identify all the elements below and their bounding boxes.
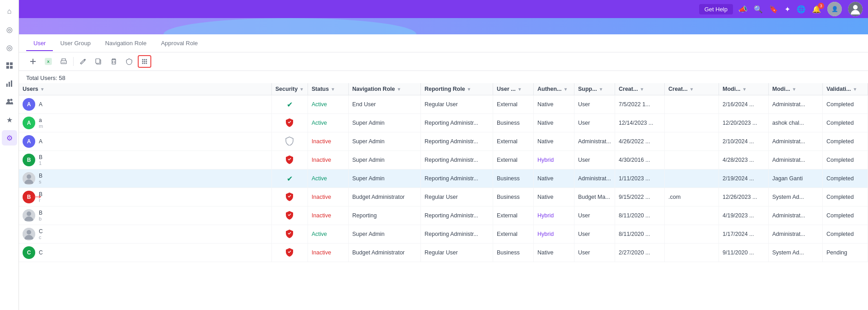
filter-validation-icon[interactable]: ▼ — [853, 87, 857, 92]
sidebar-item-grid[interactable] — [2, 58, 17, 73]
svg-point-27 — [146, 61, 147, 62]
tab-approval-role[interactable]: Approval Role — [154, 36, 205, 51]
col-header-user-type[interactable]: User ...▼ — [493, 83, 534, 95]
status-value: Inactive — [312, 249, 331, 256]
col-header-reporting-role[interactable]: Reporting Role▼ — [421, 83, 493, 95]
col-header-nav-role[interactable]: Navigation Role▼ — [349, 83, 421, 95]
filter-modified-by-icon[interactable]: ▼ — [792, 87, 797, 92]
auth-cell: Native — [534, 169, 574, 188]
table-row[interactable]: B s ✔ Active Super Admin Reporting Admin… — [19, 169, 868, 188]
table-container[interactable]: Users▼ Security▼ Status▼ Navigation Role… — [19, 83, 868, 310]
table-row[interactable]: A a m Active Super Admin Reporting Admin… — [19, 114, 868, 132]
user-name: A — [39, 101, 42, 108]
tab-user-group[interactable]: User Group — [53, 36, 98, 51]
filter-user-type-icon[interactable]: ▼ — [518, 87, 522, 92]
table-row[interactable]: A A ✔ Active End User Regular User Exter… — [19, 95, 868, 114]
copy-button[interactable] — [92, 55, 105, 68]
globe-icon[interactable]: 🌐 — [797, 5, 806, 14]
status-value: Inactive — [312, 194, 331, 200]
nav-role-cell: Super Admin — [349, 169, 421, 188]
supp-cell: User — [574, 151, 615, 169]
status-cell: Inactive — [308, 132, 349, 151]
user-type-cell: Business — [493, 169, 534, 188]
filter-status-icon[interactable]: ▼ — [331, 87, 335, 92]
sidebar-item-users[interactable] — [2, 94, 17, 109]
banner — [19, 18, 868, 34]
print-button[interactable] — [57, 55, 70, 68]
user-cell: C c — [19, 225, 271, 244]
sidebar-item-target[interactable]: ◎ — [2, 40, 17, 55]
table-row[interactable]: A A Inactive Super Admin Reporting Admin… — [19, 132, 868, 151]
table-row[interactable]: C c Active Super Admin Reporting Adminis… — [19, 225, 868, 244]
grid-config-button[interactable] — [138, 55, 151, 68]
megaphone-icon[interactable]: 📣 — [738, 5, 747, 14]
security-cell — [271, 132, 308, 151]
table-row[interactable]: C C Inactive Budget Administrator Regula… — [19, 244, 868, 262]
supp-cell: User — [574, 95, 615, 114]
filter-security-icon[interactable]: ▼ — [299, 87, 304, 92]
col-header-status[interactable]: Status▼ — [308, 83, 349, 95]
created-cell: 4/30/2016 ... — [615, 151, 665, 169]
validation-cell: Completed — [823, 95, 868, 114]
col-header-users[interactable]: Users▼ — [19, 83, 271, 95]
filter-created-by-icon[interactable]: ▼ — [689, 87, 694, 92]
reporting-role-cell: Reporting Administr... — [421, 151, 493, 169]
table-row[interactable]: B b Inactive Reporting Reporting Adminis… — [19, 207, 868, 225]
table-row[interactable]: B B r Inactive Budget Administrator Regu… — [19, 188, 868, 207]
sidebar-item-chart[interactable] — [2, 76, 17, 91]
user-type-cell: Business — [493, 244, 534, 262]
col-header-modified[interactable]: Modi...▼ — [719, 83, 769, 95]
col-header-auth[interactable]: Authen...▼ — [534, 83, 574, 95]
delete-button[interactable] — [107, 55, 121, 68]
filter-supp-icon[interactable]: ▼ — [599, 87, 603, 92]
search-icon[interactable]: 🔍 — [754, 5, 763, 14]
filter-auth-icon[interactable]: ▼ — [563, 87, 568, 92]
edit-button[interactable] — [76, 55, 90, 68]
col-header-modified-by[interactable]: Modi...▼ — [769, 83, 823, 95]
svg-rect-1 — [10, 62, 13, 65]
user-avatar-header[interactable]: 👤 — [827, 2, 842, 16]
tab-navigation-role[interactable]: Navigation Role — [98, 36, 154, 51]
modified-by-cell: ashok chal... — [769, 114, 823, 132]
created-cell: 4/26/2022 ... — [615, 132, 665, 151]
filter-users-icon[interactable]: ▼ — [40, 87, 45, 92]
col-header-created[interactable]: Creat...▼ — [615, 83, 665, 95]
sidebar-item-settings[interactable]: ⚙ — [2, 130, 17, 146]
sidebar-item-home[interactable]: ⌂ — [2, 4, 17, 19]
top-header: Get Help 📣 🔍 🔖 ✦ 🌐 🔔 3 👤 — [19, 0, 868, 18]
sidebar-item-favorite[interactable]: ★ — [2, 112, 17, 127]
col-header-security[interactable]: Security▼ — [271, 83, 308, 95]
get-help-button[interactable]: Get Help — [699, 4, 733, 14]
auth-cell: Hybrid — [534, 225, 574, 244]
compass-icon[interactable]: ✦ — [784, 5, 790, 14]
modified-cell: 2/16/2024 ... — [719, 95, 769, 114]
status-cell: Active — [308, 169, 349, 188]
auth-value: Native — [537, 249, 553, 256]
svg-rect-20 — [96, 59, 100, 63]
filter-reporting-icon[interactable]: ▼ — [467, 87, 471, 92]
excel-button[interactable]: X — [42, 55, 55, 68]
validation-cell: Completed — [823, 225, 868, 244]
bookmark-icon[interactable]: 🔖 — [769, 5, 778, 14]
col-header-supp[interactable]: Supp...▼ — [574, 83, 615, 95]
add-button[interactable] — [26, 55, 40, 68]
notification-icon[interactable]: 🔔 3 — [812, 5, 821, 14]
shield-button[interactable] — [122, 55, 136, 68]
users-table: Users▼ Security▼ Status▼ Navigation Role… — [19, 83, 868, 262]
user-avatar-person[interactable] — [848, 2, 863, 16]
modified-by-cell: Administrat... — [769, 132, 823, 151]
auth-cell: Native — [534, 114, 574, 132]
table-row[interactable]: B B 1 Inactive Super Admin Reporting Adm… — [19, 151, 868, 169]
security-shield-icon — [285, 118, 294, 127]
filter-modified-icon[interactable]: ▼ — [742, 87, 747, 92]
col-header-created-by[interactable]: Creat...▼ — [665, 83, 719, 95]
table-header-row: Users▼ Security▼ Status▼ Navigation Role… — [19, 83, 868, 95]
col-header-validation[interactable]: Validati...▼ — [823, 83, 868, 95]
filter-created-icon[interactable]: ▼ — [639, 87, 644, 92]
filter-nav-icon[interactable]: ▼ — [397, 87, 401, 92]
created-by-cell — [665, 244, 719, 262]
tab-user[interactable]: User — [26, 36, 53, 51]
user-name: C — [39, 228, 43, 235]
svg-point-28 — [142, 63, 144, 64]
sidebar-item-circle[interactable]: ◎ — [2, 22, 17, 37]
